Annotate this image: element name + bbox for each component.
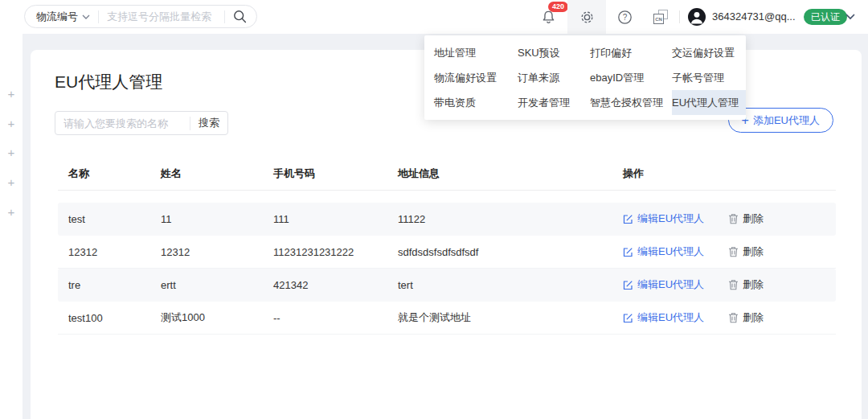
cell-name: test — [58, 213, 156, 225]
menu-item-shipping-preference[interactable]: 交运偏好设置 — [672, 40, 746, 65]
settings-button[interactable] — [567, 0, 606, 34]
menu-item-developer-management[interactable]: 开发者管理 — [518, 90, 590, 115]
cell-address: 11122 — [393, 213, 618, 225]
column-header-name: 名称 — [58, 166, 156, 181]
edit-icon — [623, 247, 633, 257]
trash-icon — [728, 312, 739, 323]
table-body: test 11 111 11122 编辑EU代理人 删除 12312 — [58, 203, 836, 335]
cell-name: 12312 — [58, 246, 156, 258]
menu-item-print-preference[interactable]: 打印偏好 — [590, 40, 672, 65]
delete-link[interactable]: 删除 — [728, 244, 764, 259]
collapsed-sidebar: + + + + + — [0, 34, 23, 419]
plus-icon[interactable]: + — [0, 117, 23, 130]
edit-eu-agent-link[interactable]: 编辑EU代理人 — [623, 212, 704, 226]
menu-item-ebayid-management[interactable]: ebayID管理 — [590, 65, 672, 90]
table-row: 12312 12312 11231231231222 sdfdsdsfsdfsd… — [58, 236, 836, 269]
menu-item-subaccount-management[interactable]: 子帐号管理 — [672, 65, 746, 90]
name-search-input[interactable] — [55, 117, 190, 129]
edit-eu-agent-link[interactable]: 编辑EU代理人 — [623, 277, 704, 292]
notifications-button[interactable]: 420 — [532, 0, 564, 34]
verified-badge[interactable]: 已认证 — [804, 9, 847, 25]
menu-item-smart-warehouse-auth[interactable]: 智慧仓授权管理 — [590, 90, 672, 115]
edit-icon — [623, 313, 633, 323]
search-category-dropdown[interactable]: 物流编号 — [36, 10, 90, 24]
settings-dropdown-menu: 地址管理 SKU预设 打印偏好 交运偏好设置 物流偏好设置 订单来源 ebayI… — [424, 35, 746, 120]
add-eu-agent-label: 添加EU代理人 — [753, 113, 820, 128]
cell-fullname: 测试1000 — [156, 310, 268, 325]
search-button[interactable]: 搜索 — [190, 116, 227, 130]
gear-icon — [579, 10, 595, 25]
edit-icon — [623, 280, 633, 290]
cell-name: tre — [58, 279, 156, 291]
cell-phone: 421342 — [268, 279, 393, 291]
name-search-box: 搜索 — [55, 111, 228, 135]
plus-icon[interactable]: + — [0, 205, 23, 219]
cell-address: 就是个测试地址 — [393, 310, 618, 325]
eu-agent-table: 名称 姓名 手机号码 地址信息 操作 test 11 111 11122 编辑E… — [58, 157, 836, 335]
column-header-fullname: 姓名 — [156, 166, 268, 181]
avatar[interactable] — [688, 8, 706, 26]
delete-link[interactable]: 删除 — [728, 310, 764, 325]
cell-fullname: ertt — [156, 279, 268, 291]
chevron-down-icon — [845, 14, 855, 20]
column-header-actions: 操作 — [618, 166, 836, 181]
language-switch-button[interactable]: CN — [643, 0, 678, 34]
plus-icon[interactable]: + — [0, 87, 23, 101]
search-icon[interactable] — [233, 10, 247, 23]
avatar-icon — [688, 8, 706, 26]
divider — [98, 10, 99, 23]
search-category-label: 物流编号 — [36, 10, 78, 24]
cell-address: sdfdsdsfsdfsdfsdf — [393, 246, 618, 258]
trash-icon — [728, 246, 739, 257]
column-header-address: 地址信息 — [393, 166, 618, 181]
trash-icon — [728, 279, 739, 290]
cell-fullname: 12312 — [156, 246, 268, 258]
svg-text:?: ? — [622, 13, 627, 22]
menu-item-address-management[interactable]: 地址管理 — [434, 40, 518, 65]
help-button[interactable]: ? — [606, 0, 643, 34]
cell-phone: 11231231231222 — [268, 246, 393, 258]
notification-count-badge: 420 — [548, 2, 568, 12]
chevron-down-icon — [82, 14, 90, 19]
language-cn-icon: CN — [653, 10, 668, 24]
edit-eu-agent-link[interactable]: 编辑EU代理人 — [623, 310, 704, 325]
menu-item-eu-agent-management[interactable]: EU代理人管理 — [672, 90, 746, 115]
cell-phone: -- — [268, 312, 393, 324]
delete-link[interactable]: 删除 — [728, 212, 764, 226]
menu-item-battery-qualification[interactable]: 带电资质 — [434, 90, 518, 115]
help-icon: ? — [617, 10, 633, 25]
divider — [679, 10, 680, 23]
delete-link[interactable]: 删除 — [728, 277, 764, 292]
page-title: EU代理人管理 — [55, 71, 162, 93]
edit-icon — [623, 214, 633, 224]
table-header-row: 名称 姓名 手机号码 地址信息 操作 — [58, 157, 836, 191]
plus-icon[interactable]: + — [0, 146, 23, 159]
cell-name: test100 — [58, 312, 156, 324]
menu-item-logistics-preference[interactable]: 物流偏好设置 — [434, 65, 518, 90]
account-menu-toggle[interactable] — [845, 0, 855, 34]
cell-phone: 111 — [268, 213, 393, 225]
edit-eu-agent-link[interactable]: 编辑EU代理人 — [623, 244, 704, 259]
table-row: test100 测试1000 -- 就是个测试地址 编辑EU代理人 删除 — [58, 302, 836, 335]
menu-item-order-source[interactable]: 订单来源 — [518, 65, 590, 90]
topbar: 物流编号 420 ? CN — [0, 0, 868, 34]
global-search: 物流编号 — [24, 5, 257, 28]
cell-address: tert — [393, 279, 618, 291]
cell-fullname: 11 — [156, 213, 268, 225]
table-row: test 11 111 11122 编辑EU代理人 删除 — [58, 203, 836, 236]
table-row: tre ertt 421342 tert 编辑EU代理人 删除 — [58, 269, 836, 302]
menu-item-sku-preset[interactable]: SKU预设 — [518, 40, 590, 65]
divider — [224, 10, 225, 23]
global-search-input[interactable] — [107, 10, 216, 23]
trash-icon — [728, 213, 739, 224]
plus-icon[interactable]: + — [0, 175, 23, 189]
username[interactable]: 364324731@qq... — [712, 0, 796, 34]
column-header-phone: 手机号码 — [268, 166, 393, 181]
